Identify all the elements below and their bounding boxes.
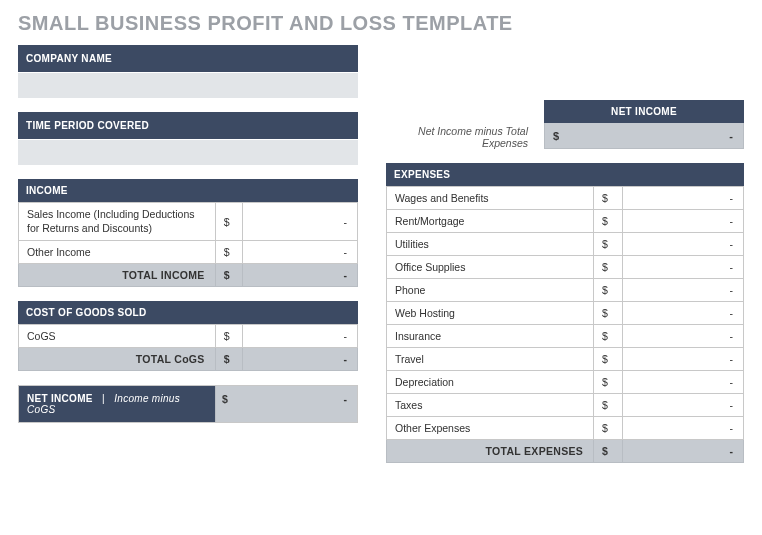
income-block: INCOME Sales Income (Including Deduction…: [18, 179, 358, 287]
total-label: TOTAL INCOME: [19, 264, 216, 287]
table-row: Rent/Mortgage$-: [387, 210, 744, 233]
income-header: INCOME: [18, 179, 358, 202]
row-label: Depreciation: [387, 371, 594, 394]
table-row: Other Expenses$-: [387, 417, 744, 440]
row-value[interactable]: -: [622, 417, 743, 440]
total-label: TOTAL CoGS: [19, 348, 216, 371]
company-header: COMPANY NAME: [18, 45, 358, 72]
cogs-header: COST OF GOODS SOLD: [18, 301, 358, 324]
row-label: Web Hosting: [387, 302, 594, 325]
row-currency: $: [594, 348, 623, 371]
row-label: Insurance: [387, 325, 594, 348]
row-value[interactable]: -: [242, 325, 357, 348]
net-income-value: -: [242, 386, 357, 422]
row-currency: $: [215, 325, 242, 348]
row-currency: $: [215, 241, 242, 264]
cogs-table: CoGS $ - TOTAL CoGS $ -: [18, 324, 358, 371]
table-row: Sales Income (Including Deductions for R…: [19, 203, 358, 241]
row-value[interactable]: -: [242, 241, 357, 264]
row-currency: $: [594, 233, 623, 256]
table-row: Web Hosting$-: [387, 302, 744, 325]
income-table: Sales Income (Including Deductions for R…: [18, 202, 358, 287]
row-label: Utilities: [387, 233, 594, 256]
row-value[interactable]: -: [622, 394, 743, 417]
page-title: SMALL BUSINESS PROFIT AND LOSS TEMPLATE: [18, 12, 744, 35]
row-currency: $: [594, 187, 623, 210]
row-label: Wages and Benefits: [387, 187, 594, 210]
total-currency: $: [594, 440, 623, 463]
net-income-caption: Net Income minus Total Expenses: [386, 125, 534, 149]
table-row: Utilities$-: [387, 233, 744, 256]
row-label: Travel: [387, 348, 594, 371]
row-value[interactable]: -: [622, 302, 743, 325]
table-row: Other Income $ -: [19, 241, 358, 264]
total-currency: $: [215, 348, 242, 371]
expenses-total-row: TOTAL EXPENSES $ -: [387, 440, 744, 463]
total-currency: $: [215, 264, 242, 287]
row-value[interactable]: -: [622, 256, 743, 279]
row-label: Other Income: [19, 241, 216, 264]
table-row: Phone$-: [387, 279, 744, 302]
row-label: Office Supplies: [387, 256, 594, 279]
table-row: Wages and Benefits$-: [387, 187, 744, 210]
table-row: Travel$-: [387, 348, 744, 371]
period-header: TIME PERIOD COVERED: [18, 112, 358, 139]
row-value[interactable]: -: [622, 279, 743, 302]
cogs-total-row: TOTAL CoGS $ -: [19, 348, 358, 371]
table-row: Taxes$-: [387, 394, 744, 417]
table-row: Depreciation$-: [387, 371, 744, 394]
row-label: Sales Income (Including Deductions for R…: [19, 203, 216, 241]
row-currency: $: [594, 417, 623, 440]
net-income-box-currency: $: [545, 130, 567, 142]
period-input[interactable]: [18, 139, 358, 165]
company-input[interactable]: [18, 72, 358, 98]
row-label: CoGS: [19, 325, 216, 348]
row-currency: $: [594, 394, 623, 417]
total-value: -: [622, 440, 743, 463]
net-income-top: Net Income minus Total Expenses NET INCO…: [386, 45, 744, 149]
row-currency: $: [594, 325, 623, 348]
row-currency: $: [594, 279, 623, 302]
net-income-box: NET INCOME $ -: [544, 100, 744, 149]
row-currency: $: [215, 203, 242, 241]
net-income-box-header: NET INCOME: [544, 100, 744, 123]
row-value[interactable]: -: [622, 210, 743, 233]
table-row: Insurance$-: [387, 325, 744, 348]
row-label: Rent/Mortgage: [387, 210, 594, 233]
net-income-label: NET INCOME | Income minus CoGS: [19, 386, 215, 422]
row-currency: $: [594, 302, 623, 325]
row-value[interactable]: -: [242, 203, 357, 241]
row-currency: $: [594, 256, 623, 279]
total-label: TOTAL EXPENSES: [387, 440, 594, 463]
net-income-row-block: NET INCOME | Income minus CoGS $ -: [18, 385, 358, 423]
total-value: -: [242, 348, 357, 371]
cogs-block: COST OF GOODS SOLD CoGS $ - TOTAL CoGS $…: [18, 301, 358, 371]
row-value[interactable]: -: [622, 187, 743, 210]
row-value[interactable]: -: [622, 348, 743, 371]
table-row: Office Supplies$-: [387, 256, 744, 279]
total-value: -: [242, 264, 357, 287]
net-income-box-value: -: [567, 130, 743, 142]
row-currency: $: [594, 210, 623, 233]
expenses-table: Wages and Benefits$- Rent/Mortgage$- Uti…: [386, 186, 744, 463]
row-label: Other Expenses: [387, 417, 594, 440]
income-total-row: TOTAL INCOME $ -: [19, 264, 358, 287]
company-block: COMPANY NAME: [18, 45, 358, 98]
row-label: Taxes: [387, 394, 594, 417]
table-row: CoGS $ -: [19, 325, 358, 348]
row-value[interactable]: -: [622, 325, 743, 348]
row-currency: $: [594, 371, 623, 394]
period-block: TIME PERIOD COVERED: [18, 112, 358, 165]
expenses-header: EXPENSES: [386, 163, 744, 186]
net-income-currency: $: [215, 386, 242, 422]
expenses-block: EXPENSES Wages and Benefits$- Rent/Mortg…: [386, 163, 744, 463]
row-label: Phone: [387, 279, 594, 302]
row-value[interactable]: -: [622, 233, 743, 256]
row-value[interactable]: -: [622, 371, 743, 394]
